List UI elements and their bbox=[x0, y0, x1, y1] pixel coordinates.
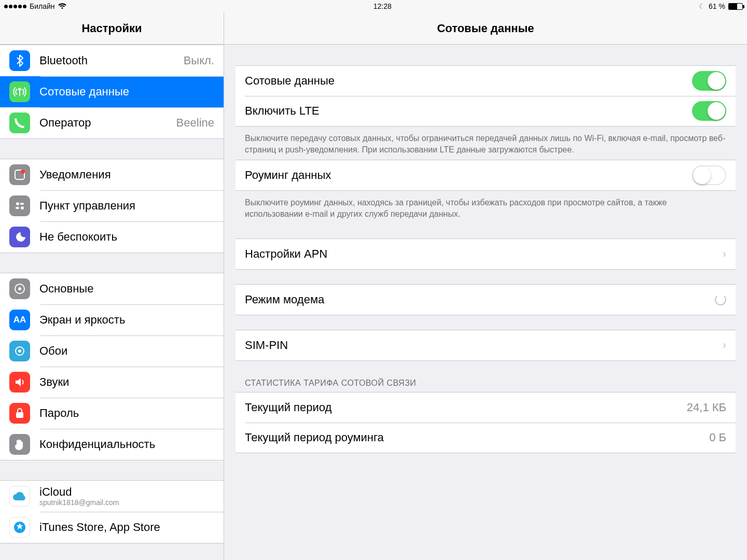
svg-point-2 bbox=[16, 202, 19, 205]
stats-section-header: СТАТИСТИКА ТАРИФА СОТОВОЙ СВЯЗИ bbox=[224, 361, 747, 392]
svg-point-5 bbox=[21, 206, 24, 209]
detail-title: Сотовые данные bbox=[224, 12, 747, 45]
row-value: 0 Б bbox=[709, 431, 726, 444]
sidebar-item-label: Уведомления bbox=[39, 168, 214, 181]
status-bar: Билайн 12:28 ☾ 61 % bbox=[0, 0, 747, 12]
chevron-right-icon: › bbox=[723, 247, 726, 261]
sidebar-item-label: Оператор bbox=[39, 116, 176, 130]
row-apn-settings[interactable]: Настройки APN › bbox=[236, 239, 736, 269]
svg-rect-3 bbox=[20, 203, 24, 205]
sidebar-item-label: Bluetooth bbox=[39, 54, 184, 67]
sidebar-item-dnd[interactable]: Не беспокоить bbox=[0, 221, 224, 253]
sidebar-item-label: Звуки bbox=[39, 375, 214, 389]
wifi-icon bbox=[58, 3, 66, 9]
svg-rect-10 bbox=[16, 412, 23, 418]
sidebar-item-privacy[interactable]: Конфиденциальность bbox=[0, 429, 224, 460]
row-sim-pin[interactable]: SIM-PIN › bbox=[236, 330, 736, 360]
sidebar-item-control-center[interactable]: Пункт управления bbox=[0, 190, 224, 221]
sidebar-item-label: Пункт управления bbox=[39, 199, 214, 213]
sidebar-item-itunes[interactable]: iTunes Store, App Store bbox=[0, 512, 224, 543]
row-value: 24,1 КБ bbox=[687, 401, 726, 414]
row-stats-current: Текущий период 24,1 КБ bbox=[236, 393, 736, 423]
row-label: Текущий период bbox=[245, 401, 687, 414]
row-personal-hotspot[interactable]: Режим модема bbox=[236, 285, 736, 315]
row-label: Включить LTE bbox=[245, 104, 692, 118]
notifications-icon bbox=[9, 164, 30, 185]
wallpaper-icon bbox=[9, 341, 30, 361]
row-enable-lte[interactable]: Включить LTE bbox=[236, 96, 736, 126]
row-label: SIM-PIN bbox=[245, 339, 717, 352]
note-roaming: Выключите роуминг данных, находясь за гр… bbox=[224, 191, 747, 224]
sidebar-item-general[interactable]: Основные bbox=[0, 273, 224, 304]
battery-icon bbox=[728, 3, 743, 10]
sidebar-item-wallpaper[interactable]: Обои bbox=[0, 335, 224, 367]
svg-point-1 bbox=[21, 170, 25, 174]
toggle-cellular-data[interactable] bbox=[692, 71, 726, 91]
row-label: Текущий период роуминга bbox=[245, 431, 709, 444]
sidebar-item-icloud[interactable]: iCloud sputnik1818@gmail.com bbox=[0, 481, 224, 512]
sidebar-item-label: Не беспокоить bbox=[39, 230, 214, 244]
sidebar-item-label: iCloud bbox=[39, 486, 119, 498]
status-time: 12:28 bbox=[374, 2, 392, 10]
sidebar-item-sublabel: sputnik1818@gmail.com bbox=[39, 498, 119, 507]
settings-gear-icon bbox=[9, 278, 30, 299]
sidebar-item-label: Обои bbox=[39, 344, 214, 358]
cellular-icon bbox=[9, 81, 30, 102]
sidebar-item-label: Основные bbox=[39, 282, 214, 296]
sidebar-item-label: Сотовые данные bbox=[39, 85, 214, 99]
dnd-moon-icon: ☾ bbox=[699, 2, 706, 10]
detail-pane: Сотовые данные Сотовые данные Включить L… bbox=[224, 12, 747, 560]
row-label: Роуминг данных bbox=[245, 169, 692, 182]
sidebar-item-passcode[interactable]: Пароль bbox=[0, 398, 224, 429]
sidebar-item-bluetooth[interactable]: Bluetooth Выкл. bbox=[0, 45, 224, 76]
status-battery-pct: 61 % bbox=[709, 2, 725, 10]
sidebar-item-notifications[interactable]: Уведомления bbox=[0, 159, 224, 190]
sidebar-item-display[interactable]: AA Экран и яркость bbox=[0, 304, 224, 335]
bluetooth-icon bbox=[9, 50, 30, 71]
sidebar-item-label: Пароль bbox=[39, 407, 214, 420]
chevron-right-icon: › bbox=[723, 339, 726, 352]
icloud-icon bbox=[9, 486, 30, 507]
svg-point-7 bbox=[18, 287, 21, 290]
loading-spinner-icon bbox=[715, 294, 726, 305]
row-stats-roaming: Текущий период роуминга 0 Б bbox=[236, 423, 736, 453]
sidebar-title: Настройки bbox=[0, 12, 224, 45]
toggle-data-roaming[interactable] bbox=[692, 165, 726, 185]
row-label: Сотовые данные bbox=[245, 74, 692, 88]
sidebar-item-sounds[interactable]: Звуки bbox=[0, 367, 224, 398]
appstore-icon bbox=[9, 517, 30, 538]
dnd-icon bbox=[9, 227, 30, 247]
sidebar-item-cellular[interactable]: Сотовые данные bbox=[0, 76, 224, 107]
settings-sidebar: Настройки Bluetooth Выкл. Сотовые данные bbox=[0, 12, 224, 560]
toggle-enable-lte[interactable] bbox=[692, 101, 726, 121]
row-label: Режим модема bbox=[245, 293, 715, 306]
sounds-icon bbox=[9, 372, 30, 393]
lock-icon bbox=[9, 403, 30, 424]
sidebar-item-label: iTunes Store, App Store bbox=[39, 521, 214, 534]
status-carrier: Билайн bbox=[30, 2, 55, 10]
display-icon: AA bbox=[9, 310, 30, 330]
row-data-roaming[interactable]: Роуминг данных bbox=[236, 160, 736, 190]
svg-point-9 bbox=[18, 349, 21, 353]
privacy-hand-icon bbox=[9, 434, 30, 455]
row-cellular-data[interactable]: Сотовые данные bbox=[236, 66, 736, 96]
signal-dots-icon bbox=[4, 5, 26, 8]
note-lte: Выключите передачу сотовых данных, чтобы… bbox=[224, 127, 747, 160]
sidebar-item-value: Beeline bbox=[176, 116, 214, 130]
sidebar-item-value: Выкл. bbox=[184, 54, 214, 67]
row-label: Настройки APN bbox=[245, 247, 717, 261]
sidebar-item-label: Экран и яркость bbox=[39, 313, 214, 327]
svg-rect-4 bbox=[16, 207, 19, 209]
sidebar-item-label: Конфиденциальность bbox=[39, 438, 214, 451]
phone-icon bbox=[9, 113, 30, 133]
control-center-icon bbox=[9, 195, 30, 216]
sidebar-item-carrier[interactable]: Оператор Beeline bbox=[0, 107, 224, 138]
